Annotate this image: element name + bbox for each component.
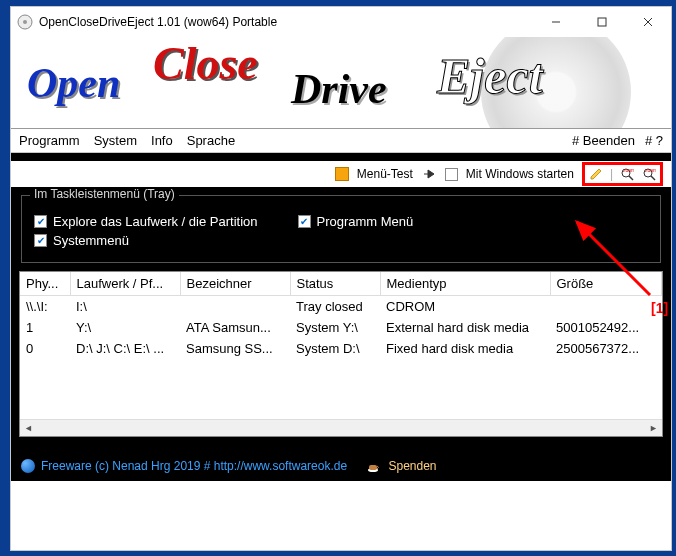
titlebar: OpenCloseDriveEject 1.01 (wow64) Portabl… (11, 7, 671, 37)
menu-beenden[interactable]: # Beenden (572, 133, 635, 148)
banner-word-open: Open (27, 59, 120, 107)
table-row[interactable]: \\.\I:I:\Tray closedCDROM (20, 296, 662, 318)
drive-table: Phy... Laufwerk / Pf... Bezeichner Statu… (19, 271, 663, 437)
menubar: Programm System Info Sprache # Beenden #… (11, 129, 671, 153)
app-window: OpenCloseDriveEject 1.01 (wow64) Portabl… (10, 6, 672, 551)
globe-icon (21, 459, 35, 473)
close-button[interactable] (625, 7, 671, 37)
system-menu-checkbox[interactable]: ✔Systemmenü (34, 233, 129, 248)
explore-drive-checkbox[interactable]: ✔Explore das Laufwerk / die Partition (34, 214, 258, 229)
donate-link[interactable]: Spenden (367, 459, 436, 473)
menu-info[interactable]: Info (151, 133, 173, 148)
menu-sprache[interactable]: Sprache (187, 133, 235, 148)
autostart-checkbox[interactable] (445, 168, 458, 181)
menu-help[interactable]: # ? (645, 133, 663, 148)
col-mediatype[interactable]: Medientyp (380, 272, 550, 296)
coffee-icon (367, 461, 381, 473)
col-status[interactable]: Status (290, 272, 380, 296)
credit-link[interactable]: Freeware (c) Nenad Hrg 2019 # http://www… (21, 459, 347, 474)
banner-word-drive: Drive (291, 65, 387, 113)
menu-programm[interactable]: Programm (19, 133, 80, 148)
zoom-in-icon[interactable]: zoom (619, 166, 635, 182)
autostart-label: Mit Windows starten (466, 167, 574, 181)
annotation-label: [1] (651, 300, 668, 316)
svg-point-1 (23, 20, 27, 24)
window-title: OpenCloseDriveEject 1.01 (wow64) Portabl… (39, 15, 533, 29)
svg-line-10 (651, 176, 655, 180)
folder-icon (335, 167, 349, 181)
app-icon (17, 14, 33, 30)
svg-rect-13 (369, 465, 377, 470)
svg-rect-3 (598, 18, 606, 26)
menu-test-link[interactable]: Menü-Test (357, 167, 413, 181)
col-drive[interactable]: Laufwerk / Pf... (70, 272, 180, 296)
highlighted-tools: | zoom zoom (582, 162, 663, 186)
banner: Open Close Drive Eject (11, 37, 671, 129)
minimize-button[interactable] (533, 7, 579, 37)
banner-word-eject: Eject (437, 47, 543, 105)
menu-system[interactable]: System (94, 133, 137, 148)
horizontal-scrollbar[interactable]: ◄ ► (20, 419, 662, 436)
table-header-row: Phy... Laufwerk / Pf... Bezeichner Statu… (20, 272, 662, 296)
tray-groupbox: Im Taskleistenmenü (Tray) ✔Explore das L… (21, 195, 661, 263)
table-row[interactable]: 1Y:\ATA Samsun...System Y:\External hard… (20, 317, 662, 338)
program-menu-checkbox[interactable]: ✔Programm Menü (298, 214, 414, 229)
table-row[interactable]: 0D:\ J:\ C:\ E:\ ...Samsung SS...System … (20, 338, 662, 359)
scroll-left-button[interactable]: ◄ (20, 420, 37, 437)
svg-text:zoom: zoom (645, 167, 656, 173)
col-size[interactable]: Größe (550, 272, 662, 296)
banner-word-close: Close (153, 37, 258, 90)
svg-line-7 (629, 176, 633, 180)
main-content: Menü-Test Mit Windows starten | zoom zoo… (11, 153, 671, 451)
zoom-out-icon[interactable]: zoom (641, 166, 657, 182)
col-phy[interactable]: Phy... (20, 272, 70, 296)
window-buttons (533, 7, 671, 37)
tray-legend: Im Taskleistenmenü (Tray) (30, 187, 179, 201)
footer: Freeware (c) Nenad Hrg 2019 # http://www… (11, 451, 671, 481)
secondary-toolbar: Menü-Test Mit Windows starten | zoom zoo… (11, 161, 671, 187)
pin-icon[interactable] (421, 166, 437, 182)
pencil-icon[interactable] (588, 166, 604, 182)
maximize-button[interactable] (579, 7, 625, 37)
scroll-right-button[interactable]: ► (645, 420, 662, 437)
col-label[interactable]: Bezeichner (180, 272, 290, 296)
svg-text:zoom: zoom (623, 167, 634, 173)
